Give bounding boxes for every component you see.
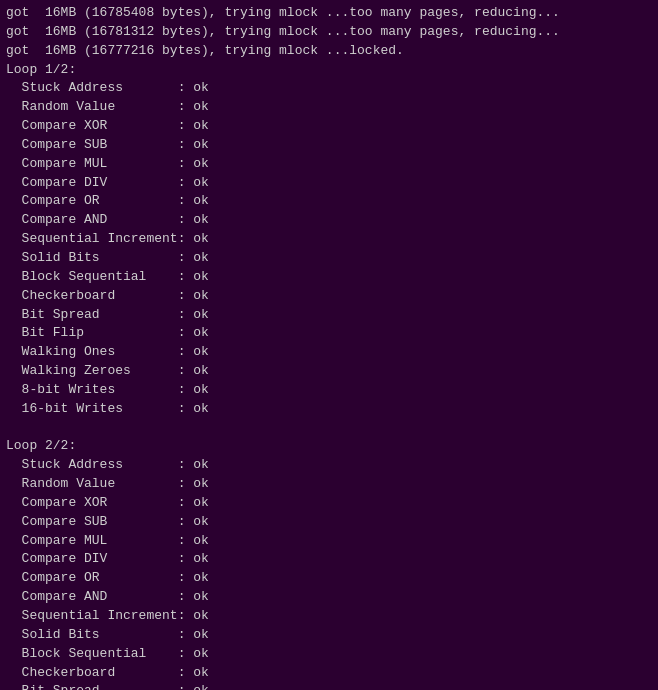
terminal-output: got 16MB (16785408 bytes), trying mlock … <box>6 4 652 690</box>
